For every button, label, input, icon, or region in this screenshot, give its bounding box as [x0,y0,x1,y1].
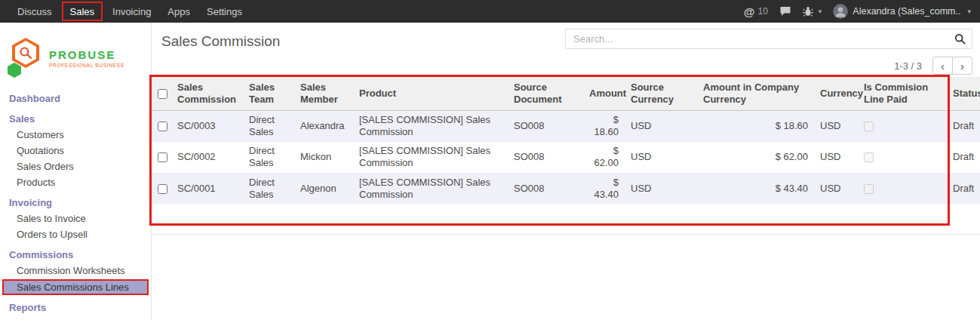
topbar-menu-apps[interactable]: Apps [159,0,198,23]
mentions-button[interactable]: @ 10 [744,6,768,17]
commission-list-view: Sales Commission Sales Team Sales Member… [152,77,980,235]
row-select-checkbox[interactable] [158,184,167,194]
cell-sales-member: Alexandra [294,110,353,142]
magnifier-icon [18,45,33,60]
is-paid-checkbox [864,184,874,194]
row-select-checkbox[interactable] [158,152,167,162]
sidebar-item-sales-orders[interactable]: Sales Orders [0,158,151,174]
cell-product: [SALES COMMISSION] Sales Commission [353,142,508,174]
chevron-left-icon: ‹ [941,60,945,72]
user-menu[interactable]: Alexandra (Sales_comm.. ▾ [833,4,971,19]
cell-amount: $ 43.40 [583,173,625,204]
cell-is-paid [858,110,947,142]
is-paid-checkbox [864,122,874,131]
logo-hexagons-icon [8,38,44,78]
sidebar-heading-dashboard[interactable]: Dashboard [0,91,151,106]
main-content: Sales Commission 1-3 / 3 ‹ › [152,23,980,320]
cell-sales-team: Direct Sales [243,110,294,142]
speech-bubble-icon [779,6,791,17]
cell-currency: USD [814,110,858,142]
pager-range: 1-3 / 3 [894,60,922,72]
search-icon[interactable] [954,33,966,45]
sidebar-item-reports-sales[interactable]: Sales [0,315,151,320]
sidebar-heading-reports[interactable]: Reports [0,300,151,315]
cell-sales-commission: SC/0002 [171,142,243,174]
row-select-cell [152,173,171,204]
caret-down-icon: ▾ [819,8,822,15]
pager-next-button[interactable]: › [952,57,972,75]
column-header-product[interactable]: Product [353,77,508,110]
topbar-menu-sales[interactable]: Sales [62,2,103,21]
column-header-currency[interactable]: Currency [814,77,858,110]
bug-icon [803,6,813,17]
sidebar: PROBUSE PROFESSIONAL BUSINESS Dashboard … [0,23,152,320]
column-header-sales-team[interactable]: Sales Team [243,77,294,110]
cell-source-document: SO008 [508,142,583,174]
row-select-cell [152,142,171,174]
column-header-is-paid[interactable]: Is Commision Line Paid [858,77,947,110]
sidebar-item-orders-to-upsell[interactable]: Orders to Upsell [0,226,151,242]
topbar-menu: Discuss Sales Invoicing Apps Settings [0,0,250,23]
cell-source-currency: USD [625,142,697,174]
brand-name: PROBUSE [49,48,124,61]
cell-currency: USD [814,173,858,204]
sidebar-item-commission-worksheets[interactable]: Commission Worksheets [0,263,151,278]
user-name: Alexandra (Sales_comm.. [853,6,960,17]
cell-amount-company-currency: $ 43.40 [697,173,814,204]
sidebar-item-sales-commissions-lines[interactable]: Sales Commissions Lines [2,279,149,295]
cell-product: [SALES COMMISSION] Sales Commission [353,173,508,204]
pager: 1-3 / 3 ‹ › [152,54,980,77]
column-header-source-document[interactable]: Source Document [508,77,583,110]
cell-source-currency: USD [625,173,697,204]
select-all-checkbox[interactable] [158,89,167,99]
cell-status: Draft [947,142,980,174]
mention-count: 10 [757,6,767,17]
cell-is-paid [858,173,947,204]
cell-amount-company-currency: $ 18.60 [697,110,814,142]
topbar: Discuss Sales Invoicing Apps Settings @ … [0,0,980,23]
row-select-checkbox[interactable] [158,122,167,131]
messages-button[interactable] [779,6,791,17]
search-input[interactable] [572,32,954,45]
table-empty-space [152,204,980,234]
is-paid-checkbox [864,152,874,162]
topbar-menu-settings[interactable]: Settings [198,0,250,23]
topbar-systray: @ 10 ▾ [744,4,980,19]
sidebar-item-products[interactable]: Products [0,174,151,190]
select-all-cell [152,77,171,110]
sidebar-heading-commissions[interactable]: Commissions [0,247,151,263]
debug-menu-button[interactable]: ▾ [803,6,822,17]
sidebar-item-sales-to-invoice[interactable]: Sales to Invoice [0,211,151,226]
table-row[interactable]: SC/0002 Direct Sales Mickon [SALES COMMI… [152,142,980,174]
table-row[interactable]: SC/0003 Direct Sales Alexandra [SALES CO… [152,110,980,142]
sidebar-heading-sales[interactable]: Sales [0,111,151,127]
at-icon: @ [744,6,755,17]
cell-sales-commission: SC/0001 [171,173,243,204]
sidebar-item-customers[interactable]: Customers [0,127,151,143]
cell-status: Draft [947,173,980,204]
column-header-status[interactable]: Status [947,77,980,110]
pager-previous-button[interactable]: ‹ [932,57,953,75]
avatar [833,4,848,19]
chevron-right-icon: › [960,60,964,72]
column-header-sales-commission[interactable]: Sales Commission [171,77,243,110]
sidebar-nav: Dashboard Sales Customers Quotations Sal… [0,91,151,320]
cell-sales-commission: SC/0003 [171,110,243,142]
cell-amount: $ 62.00 [583,142,625,174]
table-row[interactable]: SC/0001 Direct Sales Algenon [SALES COMM… [152,173,980,204]
column-header-source-currency[interactable]: Source Currency [625,77,697,110]
sidebar-item-quotations[interactable]: Quotations [0,143,151,158]
cell-currency: USD [814,142,858,174]
column-header-sales-member[interactable]: Sales Member [294,77,353,110]
column-header-amount-company-currency[interactable]: Amount in Company Currency [697,77,814,110]
topbar-menu-invoicing[interactable]: Invoicing [104,0,159,23]
page-title: Sales Commission [161,33,280,50]
cell-amount: $ 18.60 [583,110,625,142]
cell-status: Draft [947,110,980,142]
cell-sales-member: Algenon [294,173,353,204]
sidebar-heading-invoicing[interactable]: Invoicing [0,195,151,211]
cell-is-paid [858,142,947,174]
column-header-amount[interactable]: Amount [583,77,625,110]
cell-source-currency: USD [625,110,697,142]
topbar-menu-discuss[interactable]: Discuss [9,0,60,23]
